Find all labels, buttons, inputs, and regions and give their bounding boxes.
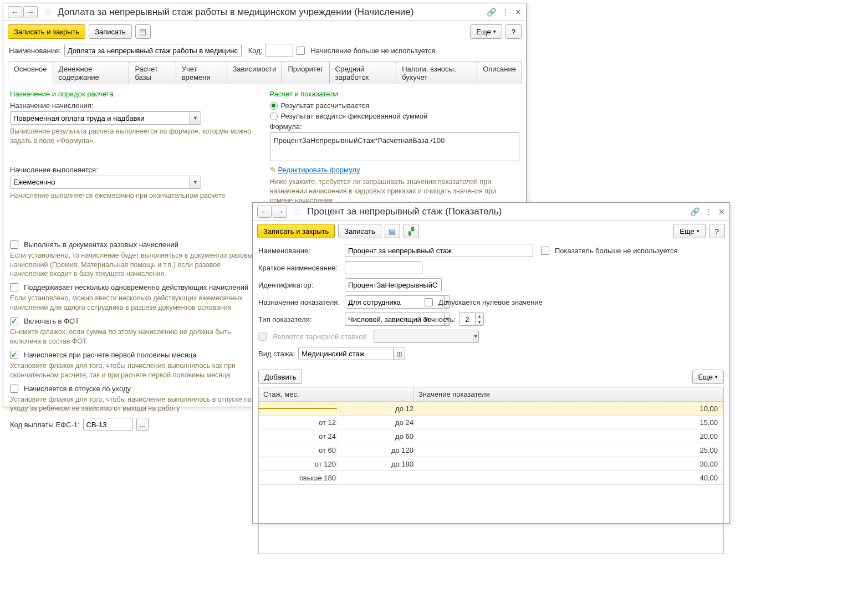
document-icon-button[interactable]: ▤ [385, 224, 400, 238]
onetime-checkbox[interactable] [10, 240, 18, 249]
cell-value: 40,00 [414, 474, 723, 482]
radio-fixed[interactable] [270, 112, 278, 120]
purpose-select[interactable] [10, 111, 190, 125]
help-button[interactable]: ? [709, 224, 725, 238]
tab-money[interactable]: Денежное содержание [53, 62, 130, 84]
chart-icon: ▞ [409, 227, 414, 235]
chevron-down-icon[interactable]: ▼ [476, 319, 483, 325]
zero-label: Допускается нулевое значение [438, 298, 543, 306]
stage-select[interactable] [298, 347, 398, 360]
onetime-hint: Если установлено, то начисление будет вы… [10, 251, 260, 279]
nav-forward-button[interactable]: → [23, 6, 38, 18]
precision-input[interactable] [459, 313, 476, 326]
multiple-hint: Если установлено, можно ввести несколько… [10, 294, 260, 313]
id-input[interactable] [345, 278, 442, 291]
short-input[interactable] [345, 261, 422, 274]
tab-priority[interactable]: Приоритет [282, 62, 329, 84]
table-row[interactable]: от 12до 2415,00 [259, 416, 723, 429]
cell-to: до 120 [336, 446, 414, 454]
tab-description[interactable]: Описание [477, 62, 522, 84]
fot-checkbox[interactable] [10, 317, 18, 325]
cell-to: до 24 [336, 418, 414, 427]
tariff-checkbox [258, 332, 267, 341]
exec-hint: Начисление выполняется ежемесячно при ок… [10, 191, 260, 201]
half-hint: Установите флажок для того, чтобы начисл… [10, 361, 260, 380]
link-icon[interactable]: 🔗 [487, 8, 496, 17]
nav-back-button[interactable]: ← [257, 206, 272, 218]
kebab-icon[interactable]: ⋮ [705, 207, 713, 216]
cell-from: от 24 [259, 432, 336, 441]
leave-hint: Установите флажок для того, чтобы начисл… [10, 395, 260, 414]
table-row[interactable]: свыше 18040,00 [259, 471, 723, 485]
cell-to: до 180 [336, 460, 414, 468]
not-used-checkbox[interactable] [297, 47, 305, 55]
radio-calculated-label: Результат рассчитывается [281, 101, 370, 110]
toolbar: Записать и закрыть Записать ▤ Еще ? [3, 21, 526, 42]
tab-base[interactable]: Расчет базы [129, 62, 176, 84]
table-row[interactable]: от 120до 18030,00 [259, 457, 723, 471]
save-close-button[interactable]: Записать и закрыть [8, 24, 85, 39]
not-used-checkbox[interactable] [541, 247, 549, 255]
precision-stepper[interactable]: ▲▼ [476, 313, 484, 326]
more-button[interactable]: Еще [470, 24, 502, 39]
name-input[interactable] [64, 44, 242, 57]
link-icon[interactable]: 🔗 [690, 207, 699, 216]
leave-checkbox[interactable] [10, 385, 18, 393]
help-button[interactable]: ? [506, 24, 522, 39]
cell-from: от 120 [259, 460, 336, 468]
kebab-icon[interactable]: ⋮ [502, 8, 509, 17]
chevron-down-icon[interactable]: ▼ [190, 111, 201, 125]
name-label: Наименование: [258, 247, 341, 255]
star-icon[interactable]: ☆ [292, 206, 304, 218]
code-input[interactable] [265, 44, 293, 57]
save-close-button[interactable]: Записать и закрыть [257, 224, 335, 238]
radio-calculated[interactable] [270, 102, 278, 110]
document-icon-button[interactable]: ▤ [135, 24, 151, 39]
nav-forward-button[interactable]: → [273, 206, 287, 218]
close-icon[interactable]: ✕ [718, 207, 725, 216]
not-used-label: Показатель больше не используется [555, 247, 678, 255]
efs-input[interactable] [83, 418, 133, 431]
indicator-window: ← → ☆ Процент за непрерывный стаж (Показ… [252, 202, 730, 524]
tab-time[interactable]: Учет времени [176, 62, 227, 84]
star-icon[interactable]: ☆ [42, 6, 54, 18]
chevron-up-icon[interactable]: ▲ [476, 313, 483, 319]
table-row[interactable]: от 60до 12025,00 [259, 443, 723, 457]
table-row[interactable]: от 24до 6020,00 [259, 429, 723, 443]
chevron-down-icon[interactable]: ▼ [190, 176, 201, 189]
more-button[interactable]: Еще [673, 224, 705, 238]
name-input[interactable] [345, 244, 533, 257]
exec-select[interactable] [10, 176, 190, 189]
efs-lookup-button[interactable]: … [136, 418, 149, 431]
exec-label: Начисление выполняется: [10, 166, 260, 174]
id-label: Идентификатор: [258, 281, 341, 289]
multiple-checkbox[interactable] [10, 283, 18, 291]
chart-icon-button[interactable]: ▞ [404, 224, 419, 238]
nav-back-button[interactable]: ← [8, 6, 22, 18]
tab-deps[interactable]: Зависимости [227, 62, 283, 84]
leave-label: Начисляется в отпуске по уходу [24, 385, 131, 393]
save-button[interactable]: Записать [89, 24, 132, 39]
stage-open-button[interactable]: ◫ [393, 347, 405, 360]
edit-formula-link[interactable]: Редактировать формулу [278, 166, 360, 174]
cell-from: свыше 180 [259, 474, 336, 482]
efs-label: Код выплаты ЕФС-1: [10, 421, 80, 429]
tab-average[interactable]: Средний заработок [329, 62, 397, 84]
add-button[interactable]: Добавить [258, 370, 302, 384]
tariff-label: Является тарифной ставкой [272, 332, 367, 341]
table-row[interactable]: до 1210,00 [259, 402, 723, 416]
purpose-field-label: Назначение начисления: [10, 101, 260, 110]
cell-value: 15,00 [414, 418, 723, 427]
purpose-label: Назначение показателя: [258, 298, 341, 306]
half-checkbox[interactable] [10, 351, 18, 359]
table-more-button[interactable]: Еще [692, 370, 724, 384]
onetime-label: Выполнять в документах разовых начислени… [24, 240, 178, 249]
fot-hint: Снимите флажок, если сумма по этому начи… [10, 327, 260, 346]
save-button[interactable]: Записать [338, 224, 381, 238]
tab-main[interactable]: Основное [8, 62, 53, 84]
zero-checkbox[interactable] [425, 298, 433, 306]
document-icon: ▤ [389, 227, 396, 235]
close-icon[interactable]: ✕ [515, 8, 522, 17]
tab-taxes[interactable]: Налоги, взносы, бухучет [396, 62, 477, 84]
type-label: Тип показателя: [258, 315, 341, 324]
